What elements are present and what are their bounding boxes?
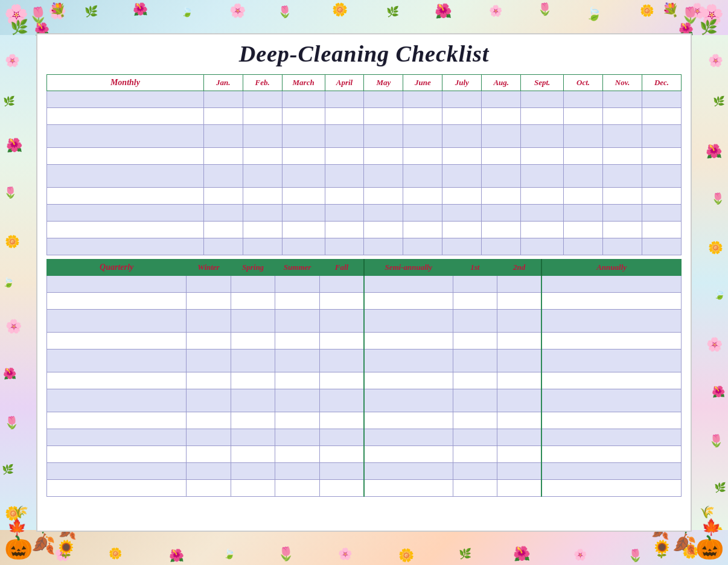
quarterly-row-12: [47, 480, 682, 497]
quarterly-row-7: [47, 389, 682, 412]
march-header: March: [282, 75, 325, 91]
april-header: April: [325, 75, 364, 91]
quarterly-header-row: Quarterly Winter Spring Summer Fall Semi…: [47, 260, 682, 276]
quarterly-row-3: [47, 310, 682, 333]
monthly-row-4: [47, 148, 682, 165]
task-cell[interactable]: [47, 91, 204, 108]
oct-header: Oct.: [564, 75, 603, 91]
annually-header: Annually: [541, 260, 681, 276]
quarterly-row-10: [47, 446, 682, 463]
monthly-table: Monthly Jan. Feb. March April May June J…: [46, 74, 682, 255]
main-content: Deep-Cleaning Checklist Monthly Jan. Feb…: [36, 33, 692, 532]
second-header: 2nd: [497, 260, 542, 276]
monthly-section: Monthly Jan. Feb. March April May June J…: [43, 74, 685, 255]
monthly-header-row: Monthly Jan. Feb. March April May June J…: [47, 75, 682, 91]
may-header: May: [364, 75, 403, 91]
quarterly-row-5: [47, 350, 682, 372]
quarterly-row-11: [47, 463, 682, 480]
july-header: July: [442, 75, 482, 91]
quarterly-table: Quarterly Winter Spring Summer Fall Semi…: [46, 259, 682, 497]
quarterly-row-1: [47, 276, 682, 293]
page-title: Deep-Cleaning Checklist: [43, 40, 685, 67]
feb-header: Feb.: [243, 75, 282, 91]
first-header: 1st: [453, 260, 497, 276]
semi-annually-header: Semi-annually: [364, 260, 453, 276]
monthly-row-3: [47, 125, 682, 148]
dec-header: Dec.: [642, 75, 681, 91]
sept-header: Sept.: [521, 75, 564, 91]
june-header: June: [403, 75, 442, 91]
fall-header: Fall: [319, 260, 364, 276]
monthly-row-8: [47, 222, 682, 238]
monthly-row-9: [47, 238, 682, 255]
quarterly-row-4: [47, 333, 682, 350]
quarterly-row-8: [47, 412, 682, 429]
summer-header: Summer: [275, 260, 320, 276]
monthly-row-5: [47, 165, 682, 188]
monthly-row-1: [47, 91, 682, 108]
aug-header: Aug.: [482, 75, 521, 91]
jan-header: Jan.: [203, 75, 243, 91]
quarterly-section: Quarterly Winter Spring Summer Fall Semi…: [43, 259, 685, 497]
monthly-row-2: [47, 108, 682, 125]
monthly-row-6: [47, 188, 682, 205]
quarterly-label: Quarterly: [47, 260, 187, 276]
monthly-row-7: [47, 205, 682, 222]
quarterly-row-6: [47, 372, 682, 389]
nov-header: Nov.: [603, 75, 642, 91]
quarterly-row-9: [47, 429, 682, 446]
quarterly-row-2: [47, 293, 682, 310]
spring-header: Spring: [231, 260, 275, 276]
winter-header: Winter: [187, 260, 231, 276]
monthly-label: Monthly: [47, 75, 204, 91]
